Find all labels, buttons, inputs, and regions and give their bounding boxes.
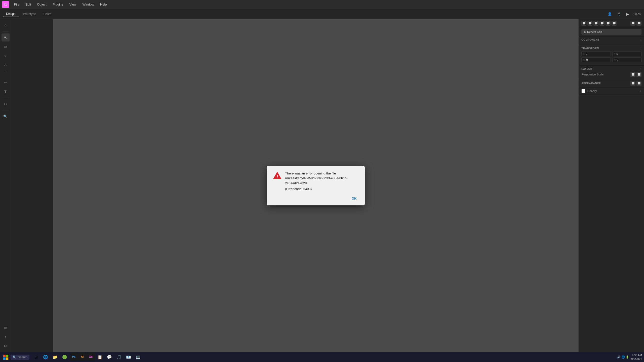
menu-help[interactable]: Help	[98, 2, 109, 7]
fill-row: Opacity +	[579, 87, 644, 95]
tool-assets[interactable]: ✂	[2, 100, 10, 108]
taskbar-app-chrome[interactable]: 🟢	[60, 353, 69, 362]
menu-file[interactable]: File	[12, 2, 22, 7]
dialog-error-code: (Error code: 5403)	[285, 187, 359, 192]
repeat-grid-label: Repeat Grid	[587, 30, 602, 33]
tool-plugins[interactable]: ⊕	[2, 324, 10, 332]
tool-pen[interactable]: ✏	[2, 79, 10, 87]
layout-section: LAYOUT ℹ Responsive Scale ⬜ ⬜	[579, 66, 644, 79]
component-section-title: COMPONENT	[581, 38, 599, 41]
tool-zoom[interactable]: 🔍	[2, 112, 10, 120]
dialog-ok-button[interactable]: OK	[350, 196, 359, 201]
taskbar: 🔍 Search ⊞ 🌐 📁 🟢 Ps Ai Xd 📋 💬 🎵 📧 💻 🔊 🌐 …	[0, 352, 644, 362]
taskbar-app-teams[interactable]: 💬	[105, 353, 114, 362]
taskbar-system-icons: 🔊 🌐 🔋	[617, 355, 629, 359]
transform-h-label: H	[614, 59, 616, 61]
transform-w-field[interactable]: W 0	[581, 57, 611, 62]
menu-edit[interactable]: Edit	[23, 2, 33, 7]
tool-settings[interactable]: ⚙	[2, 342, 10, 350]
taskbar-app-misc2[interactable]: 💻	[134, 353, 143, 362]
menu-view[interactable]: View	[67, 2, 79, 7]
taskbar-time-display: 9:38 AM	[631, 353, 642, 357]
appearance-section: APPEARANCE ⬜ ⬜	[579, 79, 644, 87]
fill-color-swatch[interactable]	[581, 89, 585, 93]
tool-ellipse[interactable]: ○	[2, 52, 10, 60]
canvas[interactable]: ! There was an error opening the file ur…	[53, 19, 579, 352]
distribute-h[interactable]: ⬜	[630, 21, 635, 26]
tool-select[interactable]: ↖	[2, 33, 10, 41]
tool-triangle[interactable]: △	[2, 61, 10, 69]
menu-object[interactable]: Object	[34, 2, 49, 7]
layout-toggle-2[interactable]: ⬜	[636, 72, 641, 77]
tool-rectangle[interactable]: ▭	[2, 42, 10, 51]
tab-prototype[interactable]: Prototype	[20, 11, 39, 17]
align-bottom[interactable]: ⬜	[612, 21, 617, 26]
menu-window[interactable]: Window	[80, 2, 97, 7]
component-section-header: COMPONENT ℹ	[581, 38, 641, 41]
transform-w-value: 0	[586, 58, 588, 61]
transform-section-header: TRANSFORM ℹ	[581, 47, 641, 50]
tool-home[interactable]: ⌂	[2, 21, 10, 29]
svg-rect-4	[3, 355, 6, 357]
device-icon-btn[interactable]: 📱	[615, 11, 622, 18]
tool-share-bottom[interactable]: ↑	[2, 333, 10, 341]
taskbar-app-misc1[interactable]: 📧	[124, 353, 133, 362]
fill-add-button[interactable]: +	[639, 89, 641, 93]
tool-text[interactable]: T	[2, 88, 10, 96]
user-icon-btn[interactable]: 👤	[606, 11, 613, 18]
appearance-toggle-1[interactable]: ⬜	[630, 81, 635, 86]
warning-icon: !	[273, 171, 282, 180]
responsive-scale-label: Responsive Scale	[581, 73, 603, 76]
appearance-toggle-2[interactable]: ⬜	[636, 81, 641, 86]
taskbar-search-icon: 🔍	[13, 355, 16, 359]
tool-separator-1	[3, 31, 9, 31]
taskbar-apps: ⊞ 🌐 📁 🟢 Ps Ai Xd 📋 💬 🎵 📧 💻	[31, 353, 143, 362]
taskbar-app-taskview[interactable]: ⊞	[31, 353, 41, 362]
transform-x-value: 0	[586, 52, 587, 55]
taskbar-app-ai[interactable]: Ai	[78, 353, 86, 361]
distribute-v[interactable]: ⬜	[636, 21, 641, 26]
component-info-icon[interactable]: ℹ	[640, 38, 641, 41]
transform-w-label: W	[583, 59, 585, 61]
align-right[interactable]: ⬜	[593, 21, 598, 26]
transform-y-value: 0	[617, 52, 618, 55]
tool-line[interactable]: ⌒	[2, 70, 10, 78]
tab-share[interactable]: Share	[41, 11, 55, 17]
layout-info-icon[interactable]: ℹ	[640, 68, 641, 70]
svg-rect-6	[3, 357, 6, 360]
taskbar-app-spotify[interactable]: 🎵	[114, 353, 124, 362]
taskbar-app-ps[interactable]: Ps	[70, 353, 78, 361]
transform-h-field[interactable]: H 0	[612, 57, 642, 62]
transform-info-icon[interactable]: ℹ	[640, 47, 641, 50]
taskbar-clock: 9:38 AM 9/5/2021	[631, 353, 642, 361]
transform-h-value: 0	[617, 58, 618, 61]
menu-plugins[interactable]: Plugins	[50, 2, 66, 7]
transform-x-field[interactable]: X 0	[581, 51, 611, 56]
fill-label: Opacity	[587, 89, 597, 93]
align-left[interactable]: ⬜	[581, 21, 586, 26]
transform-x-label: X	[583, 53, 585, 55]
taskbar-app-xd[interactable]: Xd	[87, 353, 95, 361]
transform-y-field[interactable]: Y 0	[612, 51, 642, 56]
taskbar-app-explorer[interactable]: 📁	[51, 353, 60, 362]
svg-text:Xd: Xd	[4, 3, 7, 6]
taskbar-app-miro[interactable]: 📋	[95, 353, 104, 362]
taskbar-search[interactable]: 🔍 Search	[11, 355, 29, 360]
taskbar-right: 🔊 🌐 🔋 9:38 AM 9/5/2021	[617, 353, 642, 361]
align-center-h[interactable]: ⬜	[587, 21, 592, 26]
align-center-v[interactable]: ⬜	[606, 21, 611, 26]
app-logo: Xd	[2, 1, 9, 8]
tab-design[interactable]: Design	[3, 11, 18, 17]
error-dialog[interactable]: ! There was an error opening the file ur…	[267, 166, 365, 205]
transform-xy-row: X 0 Y 0	[581, 51, 641, 56]
left-tool-panel: ⌂ ↖ ▭ ○ △ ⌒ ✏ T ✂ 🔍 ⊕ ↑ ⚙	[0, 19, 11, 352]
svg-rect-5	[6, 355, 8, 357]
layout-toggle-1[interactable]: ⬜	[630, 72, 635, 77]
play-icon-btn[interactable]: ▶	[624, 11, 631, 18]
taskbar-app-edge[interactable]: 🌐	[41, 353, 50, 362]
repeat-grid-button[interactable]: ⊞ Repeat Grid	[581, 29, 641, 35]
align-top[interactable]: ⬜	[599, 21, 605, 26]
transform-section-title: TRANSFORM	[581, 47, 599, 50]
zoom-level: 100%	[633, 12, 641, 16]
start-button[interactable]	[2, 353, 10, 361]
